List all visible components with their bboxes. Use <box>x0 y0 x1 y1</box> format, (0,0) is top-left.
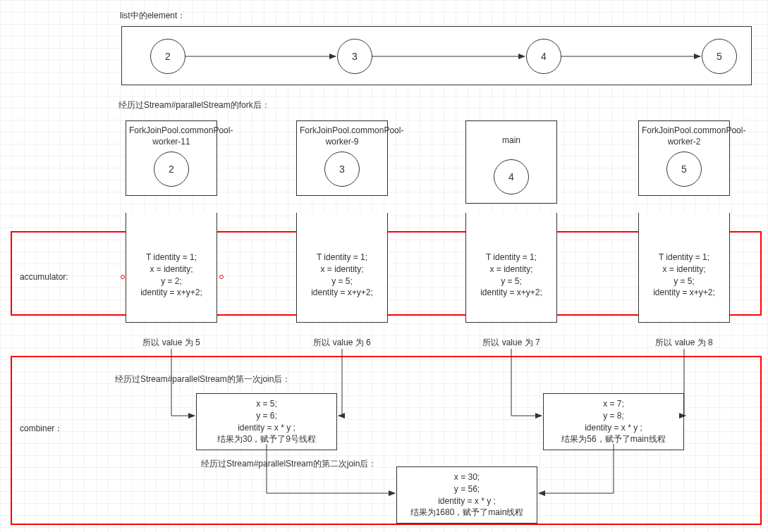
acc-1-l3: y = 5; <box>297 276 387 287</box>
join-1-l4: 结果为56，赋予了main线程 <box>551 433 676 445</box>
result-2: 所以 value 为 7 <box>465 337 557 349</box>
thread-title-0: ForkJoinPool.commonPool-worker-11 <box>129 125 214 147</box>
acc-box-1: T identity = 1; x = identity; y = 5; ide… <box>296 213 388 323</box>
label-join-2: 经历过Stream#parallelStream的第二次join后： <box>201 458 377 470</box>
list-node-1: 3 <box>337 39 372 74</box>
thread-box-2: main 4 <box>465 120 557 204</box>
label-join-1: 经历过Stream#parallelStream的第一次join后： <box>115 373 291 385</box>
list-node-0: 2 <box>150 39 185 74</box>
thread-circle-1: 3 <box>324 151 360 187</box>
acc-3-l4: identity = x+y+2; <box>639 287 729 299</box>
acc-1-l2: x = identity; <box>297 264 387 276</box>
acc-3-l3: y = 5; <box>639 276 729 287</box>
list-node-0-val: 2 <box>165 51 171 62</box>
acc-0-l4: identity = x+y+2; <box>126 287 217 299</box>
join-1-l2: y = 8; <box>551 410 676 422</box>
thread-title-1: ForkJoinPool.commonPool-worker-9 <box>300 125 384 147</box>
join-2-l4: 结果为1680，赋予了main线程 <box>404 507 530 519</box>
thread-title-2: main <box>469 135 554 147</box>
join-0-l3: identity = x * y ; <box>204 422 329 434</box>
acc-1-l1: T identity = 1; <box>297 252 387 264</box>
acc-box-2: T identity = 1; x = identity; y = 5; ide… <box>465 213 557 323</box>
result-3: 所以 value 为 8 <box>638 337 730 349</box>
thread-val-3: 5 <box>681 163 687 175</box>
acc-2-l2: x = identity; <box>466 264 556 276</box>
acc-2-l3: y = 5; <box>466 276 556 287</box>
handle-right <box>219 275 224 279</box>
join-box-0: x = 5; y = 6; identity = x * y ; 结果为30，赋… <box>196 393 337 450</box>
acc-2-l1: T identity = 1; <box>466 252 556 264</box>
acc-3-l2: x = identity; <box>639 264 729 276</box>
list-node-3-val: 5 <box>717 51 722 62</box>
acc-box-0: T identity = 1; x = identity; y = 2; ide… <box>126 213 217 323</box>
result-1: 所以 value 为 6 <box>296 337 388 349</box>
acc-0-l2: x = identity; <box>126 264 217 276</box>
thread-val-0: 2 <box>169 163 174 175</box>
list-node-3: 5 <box>702 39 737 74</box>
acc-3-l1: T identity = 1; <box>639 252 729 264</box>
join-0-l4: 结果为30，赋予了9号线程 <box>204 433 329 445</box>
list-node-2: 4 <box>526 39 561 74</box>
list-container <box>121 26 752 85</box>
join-box-1: x = 7; y = 8; identity = x * y ; 结果为56，赋… <box>543 393 684 450</box>
acc-2-l4: identity = x+y+2; <box>466 287 556 299</box>
thread-circle-2: 4 <box>494 159 529 194</box>
thread-val-2: 4 <box>508 171 514 183</box>
join-0-l2: y = 6; <box>204 410 329 422</box>
list-node-1-val: 3 <box>352 51 358 62</box>
label-combiner: combiner： <box>20 423 63 435</box>
thread-box-1: ForkJoinPool.commonPool-worker-9 3 <box>296 120 388 196</box>
handle-left <box>121 275 125 279</box>
join-1-l1: x = 7; <box>551 398 676 410</box>
join-2-l2: y = 56; <box>404 483 530 495</box>
acc-0-l3: y = 2; <box>126 276 217 287</box>
thread-box-0: ForkJoinPool.commonPool-worker-11 2 <box>126 120 217 196</box>
join-2-l1: x = 30; <box>404 471 530 483</box>
label-after-fork: 经历过Stream#parallelStream的fork后： <box>118 99 270 111</box>
join-0-l1: x = 5; <box>204 398 329 410</box>
thread-val-1: 3 <box>339 163 345 175</box>
acc-box-3: T identity = 1; x = identity; y = 5; ide… <box>638 213 730 323</box>
label-accumulator: accumulator: <box>20 272 68 282</box>
join-2-l3: identity = x * y ; <box>404 495 530 507</box>
label-list-elements: list中的element： <box>120 10 185 22</box>
thread-box-3: ForkJoinPool.commonPool-worker-2 5 <box>638 120 730 196</box>
list-node-2-val: 4 <box>541 51 547 62</box>
join-box-2: x = 30; y = 56; identity = x * y ; 结果为16… <box>396 466 537 524</box>
result-0: 所以 value 为 5 <box>126 337 217 349</box>
thread-circle-0: 2 <box>154 151 189 187</box>
acc-0-l1: T identity = 1; <box>126 252 217 264</box>
join-1-l3: identity = x * y ; <box>551 422 676 434</box>
acc-1-l4: identity = x+y+2; <box>297 287 387 299</box>
thread-title-3: ForkJoinPool.commonPool-worker-2 <box>642 125 726 147</box>
thread-circle-3: 5 <box>666 151 702 187</box>
